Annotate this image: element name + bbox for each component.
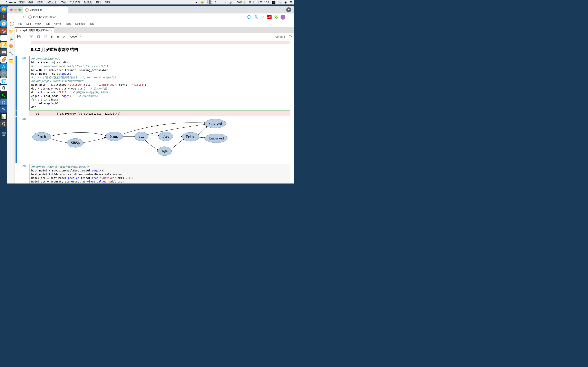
dock-appstore[interactable]: A xyxy=(0,63,7,70)
kernel-name-label[interactable]: Python 3 xyxy=(274,35,285,38)
menu-app-name[interactable]: Chrome xyxy=(6,1,16,4)
chrome-new-tab-button[interactable]: + xyxy=(68,8,75,13)
chrome-account-icon[interactable]: ▾ xyxy=(286,7,291,12)
dock-qq[interactable]: 🐧 xyxy=(0,85,7,91)
window-minimize-button[interactable] xyxy=(14,8,17,11)
bookmark-star-icon[interactable]: ☆ xyxy=(261,14,265,20)
code-cell-29[interactable]: [29]: ## 使用最好的网络建立模型并预测测试集的精度 best_model… xyxy=(16,164,290,184)
zoom-icon[interactable]: 🔍 xyxy=(254,14,259,20)
dock-notes[interactable]: 📝 xyxy=(0,42,7,48)
dock-finder[interactable]: 😊 xyxy=(0,6,7,13)
tb-save-icon[interactable]: 💾 xyxy=(17,35,21,38)
notebook-tab-title: chap9_贝叶斯算法和K近邻 xyxy=(20,29,50,32)
notebook-tab-close-icon[interactable]: × xyxy=(51,29,52,32)
dock-quicktime[interactable]: Q xyxy=(0,120,7,127)
svg-text:Survived: Survived xyxy=(209,122,222,125)
status-cat-icon[interactable]: 🐱 xyxy=(201,1,204,4)
code-input-29[interactable]: ## 使用最好的网络建立模型并预测测试集的精度 best_model = Bay… xyxy=(29,164,290,184)
sidebar-tools-icon[interactable]: 🔧 xyxy=(8,50,14,57)
status-record-icon[interactable]: ⏺ xyxy=(195,1,198,4)
jlab-menu-kernel[interactable]: Kernel xyxy=(52,22,63,25)
jlab-menu-settings[interactable]: Settings xyxy=(73,22,87,25)
status-date[interactable]: 周日 xyxy=(249,0,254,4)
translate-icon[interactable]: 🌐 xyxy=(246,14,252,20)
notebook-tab-active[interactable]: chap9_贝叶斯算法和K近邻 × xyxy=(15,27,54,33)
notebook-toolbar: 💾 + ✂️ 📋 📄 ▶ ■ ⟳ Code Python 3 xyxy=(15,33,294,40)
jlab-menu-edit[interactable]: Edit xyxy=(24,22,33,25)
dock-calendar[interactable]: 13 xyxy=(0,35,7,41)
jupyterlab-sidebar: 📁 🏃 🎨 🔧 🗂️ xyxy=(7,27,15,184)
extensions-icon[interactable]: 🧩 xyxy=(273,14,279,20)
chrome-tab-close-icon[interactable]: × xyxy=(64,8,65,12)
dock-terminal[interactable]: >_ xyxy=(0,92,7,98)
tb-paste-icon[interactable]: 📄 xyxy=(44,35,47,38)
jlab-menu-file[interactable]: File xyxy=(16,22,24,25)
dock-monitor[interactable]: 📊 xyxy=(0,113,7,120)
jupyter-logo-icon[interactable] xyxy=(9,21,15,27)
tb-add-icon[interactable]: + xyxy=(24,35,26,38)
status-volume-icon[interactable]: 🔊 xyxy=(229,1,233,4)
jlab-menu-help[interactable]: Help xyxy=(87,22,96,25)
dock-rstudio[interactable]: R xyxy=(0,99,7,105)
svg-text:SibSp: SibSp xyxy=(71,141,80,145)
dock-dict[interactable]: 📖 xyxy=(0,49,7,55)
kernel-status-icon[interactable] xyxy=(289,35,292,38)
sidebar-running-icon[interactable]: 🏃 xyxy=(8,35,14,42)
svg-text:Pclass: Pclass xyxy=(186,135,195,139)
jlab-menu-view[interactable]: View xyxy=(33,22,43,25)
nav-back-icon[interactable]: ← xyxy=(9,15,14,20)
status-ime[interactable]: 拼 xyxy=(272,1,276,4)
sidebar-commands-icon[interactable]: 🎨 xyxy=(8,43,14,49)
window-close-button[interactable] xyxy=(10,8,13,11)
notebook-area[interactable]: 9.3.3 启发式搜索网络结构 [28]: ## 启发式搜索网络结构 bic =… xyxy=(15,40,294,184)
dock-chrome[interactable]: 🌐 xyxy=(0,77,7,84)
chrome-tab-active[interactable]: JupyterLab × xyxy=(23,7,68,13)
menu-tabs[interactable]: 标签页 xyxy=(84,0,92,4)
markdown-cell-heading[interactable]: 9.3.3 启发式搜索网络结构 xyxy=(16,46,290,55)
profile-avatar-icon[interactable] xyxy=(281,15,285,20)
tb-run-icon[interactable]: ▶ xyxy=(51,35,53,38)
url-input[interactable]: i localhost:8888/lab xyxy=(28,16,245,19)
menu-bookmarks[interactable]: 书签 xyxy=(61,0,66,4)
dock-activity[interactable]: 🏃 xyxy=(0,13,7,20)
menu-view[interactable]: 视图 xyxy=(37,0,43,4)
jlab-menu-run[interactable]: Run xyxy=(43,22,52,25)
status-bluetooth-icon[interactable]: ⌔ xyxy=(220,1,222,4)
sidebar-tabs-icon[interactable]: 🗂️ xyxy=(8,58,14,64)
status-battery[interactable]: 100% 🔋 xyxy=(235,1,246,4)
status-netspeed[interactable]: 0KB/s0KB/s xyxy=(207,0,212,4)
cell-29-prompt: [29]: xyxy=(17,164,29,184)
status-sync-icon[interactable]: ↻ xyxy=(215,1,217,4)
site-info-icon[interactable]: i xyxy=(28,16,32,19)
tb-stop-icon[interactable]: ■ xyxy=(57,35,59,38)
menu-edit[interactable]: 编辑 xyxy=(28,0,34,4)
status-notifications-icon[interactable]: ☰ xyxy=(290,1,292,4)
sidebar-files-icon[interactable]: 📁 xyxy=(8,28,14,35)
dock-safari[interactable]: 🧭 xyxy=(0,20,7,27)
menu-profiles[interactable]: 个人资料 xyxy=(70,0,80,4)
jlab-menu-tabs[interactable]: Tabs xyxy=(63,22,73,25)
chrome-menu-icon[interactable]: ⋮ xyxy=(287,14,292,20)
tb-restart-icon[interactable]: ⟳ xyxy=(62,35,65,38)
dock-trash[interactable]: 🗑️ xyxy=(0,131,7,137)
dock-settings[interactable]: ⚙️ xyxy=(0,70,7,77)
status-spotlight-icon[interactable]: 🔍 xyxy=(278,1,282,4)
status-siri-icon[interactable]: ◉ xyxy=(285,1,287,4)
status-wifi-icon[interactable]: ⌔ xyxy=(225,1,226,4)
menu-file[interactable]: 文件 xyxy=(19,0,25,4)
tb-celltype-select[interactable]: Code xyxy=(69,34,82,39)
adblock-icon[interactable]: ABP xyxy=(267,15,272,19)
code-input-28[interactable]: ## 启发式搜索网络结构 bic = BicScore(traindf) # b… xyxy=(29,56,290,110)
code-cell-28[interactable]: [28]: ## 启发式搜索网络结构 bic = BicScore(traind… xyxy=(16,56,290,110)
dock-word[interactable]: W xyxy=(0,106,7,113)
menu-window[interactable]: 窗口 xyxy=(95,0,101,4)
tb-copy-icon[interactable]: 📋 xyxy=(37,35,40,38)
menu-help[interactable]: 帮助 xyxy=(104,0,110,4)
window-maximize-button[interactable] xyxy=(18,8,21,11)
tb-cut-icon[interactable]: ✂️ xyxy=(30,35,33,38)
status-time[interactable]: 下午10:11 xyxy=(257,0,269,4)
dock-photos[interactable]: 🌈 xyxy=(0,56,7,63)
nav-reload-icon[interactable]: ⟳ xyxy=(22,14,27,20)
dock-books[interactable]: 📚 xyxy=(0,27,7,34)
menu-history[interactable]: 历史记录 xyxy=(46,0,57,4)
